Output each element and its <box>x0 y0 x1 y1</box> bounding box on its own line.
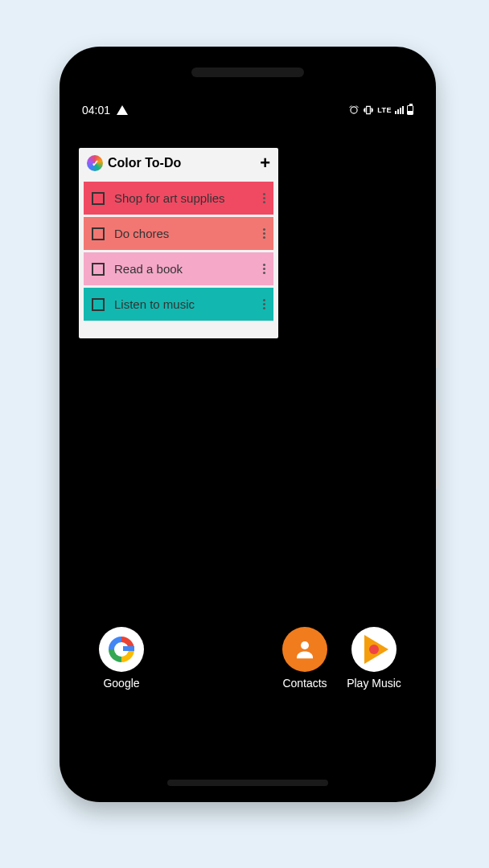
todo-item[interactable]: Read a book <box>84 252 273 285</box>
power-button <box>436 320 439 368</box>
checkbox[interactable] <box>92 227 105 240</box>
todo-widget[interactable]: Color To-Do + Shop for art suppliesDo ch… <box>79 148 278 338</box>
todo-item[interactable]: Shop for art supplies <box>84 182 273 215</box>
app-label: Contacts <box>282 677 327 690</box>
home-indicator <box>167 780 328 786</box>
status-bar: 04:01 LTE <box>71 98 425 122</box>
checkbox[interactable] <box>92 263 105 276</box>
todo-label: Shop for art supplies <box>114 191 253 205</box>
app-label: Play Music <box>347 677 401 690</box>
phone-frame: 04:01 LTE <box>60 47 436 802</box>
earpiece <box>191 68 304 77</box>
todo-label: Listen to music <box>114 297 253 311</box>
play-music-icon <box>351 627 397 672</box>
todo-item[interactable]: Listen to music <box>84 288 273 321</box>
todo-item[interactable]: Do chores <box>84 217 273 250</box>
app-contacts[interactable]: Contacts <box>270 627 339 690</box>
app-label: Google <box>103 677 139 690</box>
phone-screen-frame: 04:01 LTE <box>71 58 425 791</box>
checkbox[interactable] <box>92 298 105 311</box>
network-lte: LTE <box>377 106 392 114</box>
more-icon[interactable] <box>263 228 265 239</box>
widget-body: Shop for art suppliesDo choresRead a boo… <box>79 178 278 338</box>
status-time: 04:01 <box>82 104 110 117</box>
todo-label: Read a book <box>114 262 253 276</box>
more-icon[interactable] <box>263 193 265 203</box>
widget-header: Color To-Do + <box>79 148 278 178</box>
battery-icon <box>407 105 413 115</box>
volume-button <box>436 400 439 489</box>
more-icon[interactable] <box>263 264 265 274</box>
contacts-icon <box>282 627 327 672</box>
alarm-icon <box>348 104 360 116</box>
vibrate-icon <box>363 104 374 116</box>
signal-icon <box>395 106 404 114</box>
widget-title: Color To-Do <box>108 156 181 170</box>
add-button[interactable]: + <box>260 154 270 172</box>
todo-label: Do chores <box>114 227 253 240</box>
more-icon[interactable] <box>263 299 265 309</box>
google-icon <box>99 627 144 672</box>
app-icon <box>87 155 103 171</box>
app-play-music[interactable]: Play Music <box>339 627 409 690</box>
home-screen[interactable]: 04:01 LTE <box>71 98 425 751</box>
apps-row: Google Contacts Play Music <box>71 627 425 690</box>
app-google[interactable]: Google <box>87 627 156 690</box>
svg-point-0 <box>301 641 309 649</box>
checkbox[interactable] <box>92 192 105 205</box>
warning-icon <box>117 105 128 115</box>
